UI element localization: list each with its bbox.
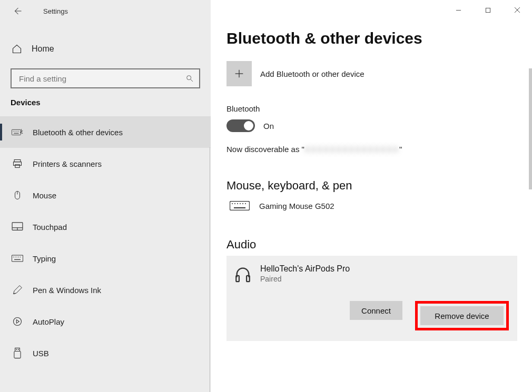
svg-point-23 <box>14 318 22 326</box>
sidebar-item-label: Bluetooth & other devices <box>33 128 123 137</box>
svg-point-36 <box>234 203 235 204</box>
sidebar-section-label: Devices <box>11 98 211 107</box>
svg-rect-29 <box>486 8 490 12</box>
svg-point-35 <box>232 203 233 204</box>
minimize-icon <box>456 7 461 13</box>
svg-point-6 <box>18 131 19 132</box>
audio-device-text: HelloTech's AirPods Pro Paired <box>260 264 350 283</box>
bluetooth-toggle[interactable] <box>226 119 255 132</box>
discoverable-prefix: Now discoverable as " <box>226 145 304 154</box>
sidebar-item-label: Touchpad <box>33 223 67 232</box>
sidebar-item-bluetooth[interactable]: Bluetooth & other devices <box>0 116 211 148</box>
svg-rect-26 <box>18 349 19 350</box>
section-audio-heading: Audio <box>226 238 532 252</box>
svg-rect-7 <box>14 133 18 134</box>
maximize-button[interactable] <box>473 0 503 20</box>
headphones-icon <box>234 265 252 283</box>
sidebar-nav: Bluetooth & other devices Printers & sca… <box>0 116 211 369</box>
sidebar-item-usb[interactable]: USB <box>0 337 211 369</box>
svg-point-18 <box>15 257 15 257</box>
svg-rect-10 <box>15 165 19 168</box>
sidebar-item-label: USB <box>33 349 49 358</box>
svg-rect-27 <box>14 351 21 358</box>
home-label: Home <box>32 44 54 54</box>
svg-rect-22 <box>14 259 21 260</box>
sidebar: Settings Home Devices Bluetooth & other … <box>0 0 211 392</box>
add-device-row[interactable]: Add Bluetooth or other device <box>226 61 532 86</box>
svg-rect-34 <box>230 202 250 210</box>
window-title: Settings <box>43 7 68 15</box>
toggle-knob <box>244 121 253 130</box>
mouse-icon <box>12 189 23 201</box>
toggle-state-label: On <box>263 122 274 130</box>
svg-rect-24 <box>15 348 20 351</box>
autoplay-icon <box>12 316 23 327</box>
sidebar-item-autoplay[interactable]: AutoPlay <box>0 306 211 337</box>
add-tile <box>226 61 252 86</box>
audio-device-status: Paired <box>260 275 350 283</box>
svg-point-4 <box>16 131 16 132</box>
svg-rect-42 <box>236 276 239 282</box>
home-icon <box>12 44 22 54</box>
home-nav[interactable]: Home <box>0 34 211 64</box>
sidebar-item-printers[interactable]: Printers & scanners <box>0 148 211 179</box>
audio-device-name: HelloTech's AirPods Pro <box>260 264 350 274</box>
maximize-icon <box>485 7 491 13</box>
close-button[interactable] <box>503 0 532 20</box>
minimize-button[interactable] <box>444 0 473 20</box>
svg-point-39 <box>242 203 243 204</box>
svg-point-19 <box>16 257 17 257</box>
page-title: Bluetooth & other devices <box>226 29 532 47</box>
keyboard-icon <box>12 253 23 264</box>
svg-rect-1 <box>12 129 21 135</box>
scrollbar[interactable] <box>529 68 532 189</box>
mouse-device-row[interactable]: Gaming Mouse G502 <box>226 199 532 213</box>
svg-rect-8 <box>14 160 21 162</box>
sidebar-header: Settings <box>0 0 211 22</box>
svg-rect-16 <box>12 255 23 262</box>
bluetooth-label: Bluetooth <box>226 104 532 113</box>
printer-icon <box>12 158 23 169</box>
sidebar-item-mouse[interactable]: Mouse <box>0 179 211 211</box>
keyboard-device-icon <box>230 201 250 210</box>
plus-icon <box>233 68 245 79</box>
search-input-wrap[interactable] <box>11 68 200 88</box>
svg-point-17 <box>13 257 14 257</box>
discoverable-text: Now discoverable as "XXXXXXXXXXXXXXX" <box>226 145 532 154</box>
search-icon <box>185 74 194 83</box>
svg-point-3 <box>14 131 15 132</box>
svg-rect-43 <box>247 276 250 282</box>
discoverable-suffix: " <box>399 145 402 154</box>
sidebar-item-typing[interactable]: Typing <box>0 243 211 274</box>
audio-device-top: HelloTech's AirPods Pro Paired <box>233 264 509 283</box>
audio-device-actions: Connect Remove device <box>233 301 509 330</box>
connect-button[interactable]: Connect <box>350 301 402 320</box>
svg-point-0 <box>187 76 191 80</box>
keyboard-bt-icon <box>12 126 23 138</box>
remove-button-highlight: Remove device <box>415 301 509 330</box>
svg-rect-41 <box>234 207 245 208</box>
svg-rect-9 <box>14 162 22 166</box>
bluetooth-toggle-row: On <box>226 119 532 132</box>
sidebar-item-label: AutoPlay <box>33 317 64 326</box>
svg-point-2 <box>13 131 14 132</box>
window-controls <box>444 0 532 20</box>
svg-point-5 <box>17 131 17 132</box>
sidebar-item-label: Pen & Windows Ink <box>33 286 101 295</box>
svg-point-38 <box>240 203 241 204</box>
search-input[interactable] <box>19 74 185 83</box>
usb-icon <box>12 347 23 359</box>
sidebar-divider <box>210 147 210 392</box>
remove-device-button[interactable]: Remove device <box>420 306 504 325</box>
close-icon <box>514 7 520 13</box>
audio-device-card[interactable]: HelloTech's AirPods Pro Paired Connect R… <box>226 256 517 341</box>
svg-rect-25 <box>16 349 17 350</box>
mouse-device-name: Gaming Mouse G502 <box>259 202 334 210</box>
sidebar-item-label: Typing <box>33 254 56 263</box>
sidebar-item-pen[interactable]: Pen & Windows Ink <box>0 274 211 306</box>
back-button[interactable] <box>12 5 23 17</box>
pen-icon <box>12 284 23 296</box>
section-mouse-heading: Mouse, keyboard, & pen <box>226 179 532 193</box>
sidebar-item-label: Mouse <box>33 191 56 200</box>
sidebar-item-touchpad[interactable]: Touchpad <box>0 211 211 243</box>
